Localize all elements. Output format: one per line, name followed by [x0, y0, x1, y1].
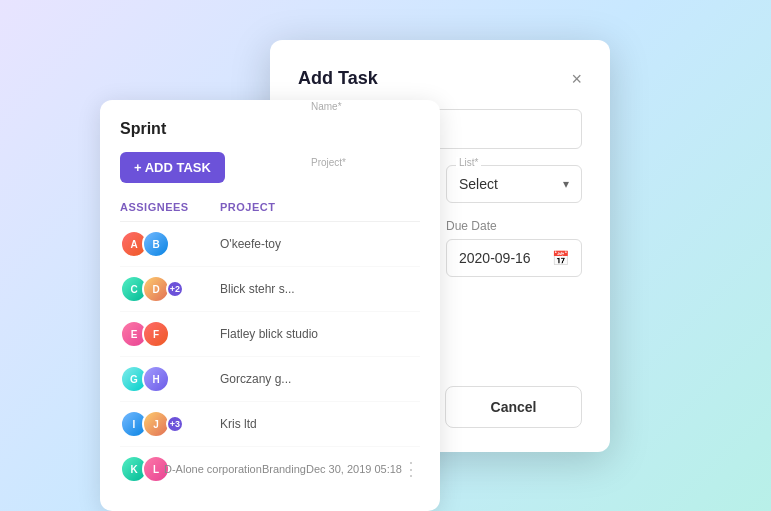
assignees-cell: A B [120, 230, 220, 258]
calendar-icon: 📅 [552, 250, 569, 266]
list-select[interactable]: Select ▾ [446, 165, 582, 203]
project-name: Flatley blick studio [220, 327, 420, 341]
due-date-field: Due Date 2020-09-16 📅 [446, 219, 582, 277]
chevron-down-icon: ▾ [563, 177, 569, 191]
avatar: B [142, 230, 170, 258]
project-name: D-Alone corporation [164, 463, 262, 475]
sprint-title: Sprint [120, 120, 420, 138]
extra-avatars-badge: +2 [166, 280, 184, 298]
close-button[interactable]: × [571, 70, 582, 88]
assignees-cell: E F [120, 320, 220, 348]
row-menu-icon[interactable]: ⋮ [402, 458, 420, 480]
project-name: O'keefe-toy [220, 237, 420, 251]
project-name: Blick stehr s... [220, 282, 420, 296]
cancel-button[interactable]: Cancel [445, 386, 582, 428]
project-name: Gorczany g... [220, 372, 420, 386]
list-select-value: Select [459, 176, 498, 192]
avatar: F [142, 320, 170, 348]
last-table-row: K L D-Alone corporation Branding Dec 30,… [120, 447, 420, 491]
table-row: A B O'keefe-toy [120, 222, 420, 267]
project-name: Kris ltd [220, 417, 420, 431]
project-field-label: Project* [308, 157, 349, 168]
table-row: E F Flatley blick studio [120, 312, 420, 357]
due-date-picker[interactable]: 2020-09-16 📅 [446, 239, 582, 277]
assignees-cell: I J +3 [120, 410, 220, 438]
table-row: G H Gorczany g... [120, 357, 420, 402]
table-row: C D +2 Blick stehr s... [120, 267, 420, 312]
assignees-cell: C D +2 [120, 275, 220, 303]
assignees-column-header: ASSIGNEES [120, 201, 220, 213]
avatar: H [142, 365, 170, 393]
assignees-cell: K L [120, 455, 164, 483]
sprint-card: Sprint + ADD TASK ASSIGNEES PROJECT A B … [100, 100, 440, 511]
due-date-value: 2020-09-16 [459, 250, 531, 266]
row-date: Dec 30, 2019 05:18 [306, 463, 402, 475]
extra-avatars-badge: +3 [166, 415, 184, 433]
add-task-label: + ADD TASK [134, 160, 211, 175]
project-column-header: PROJECT [220, 201, 420, 213]
list-field-label: List* [456, 157, 481, 168]
assignees-cell: G H [120, 365, 220, 393]
list-field: List* Select ▾ [446, 165, 582, 203]
due-date-label: Due Date [446, 219, 582, 233]
project-tag: Branding [262, 463, 306, 475]
table-header: ASSIGNEES PROJECT [120, 201, 420, 222]
add-task-button[interactable]: + ADD TASK [120, 152, 225, 183]
modal-header: Add Task × [298, 68, 582, 89]
table-row: I J +3 Kris ltd [120, 402, 420, 447]
name-field-label: Name* [308, 101, 345, 112]
modal-title: Add Task [298, 68, 378, 89]
